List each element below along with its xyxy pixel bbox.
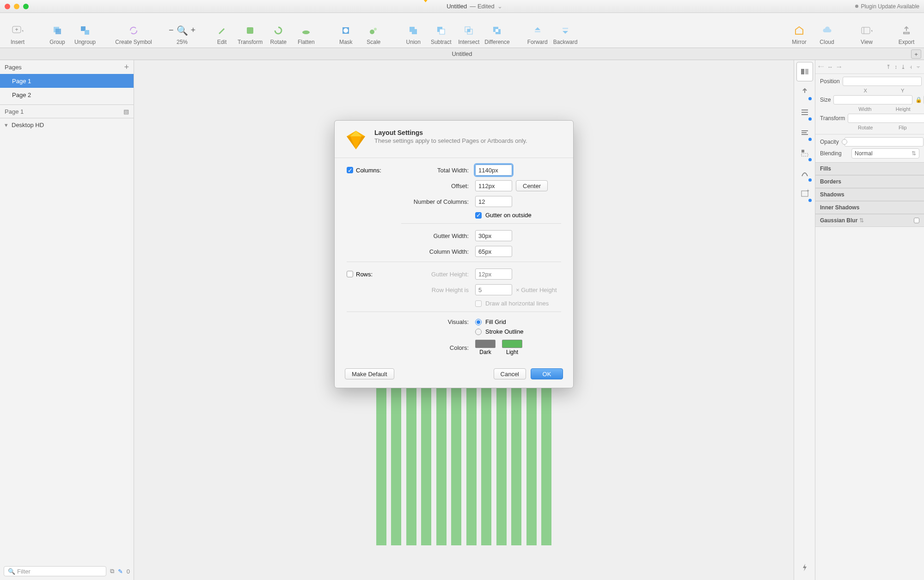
size-width-input[interactable]: [833, 95, 912, 104]
plugin-update-notice[interactable]: Plugin Update Available: [855, 3, 919, 10]
zoom-in-button[interactable]: +: [191, 25, 196, 35]
svg-point-14: [374, 28, 377, 31]
align-vcenter-icon[interactable]: ↕: [894, 64, 897, 70]
plus-icon: +▾: [11, 24, 24, 37]
cloud-icon: [820, 24, 833, 37]
zoom-window-icon[interactable]: [23, 4, 29, 9]
inspector-tab-vector[interactable]: [796, 164, 813, 183]
svg-point-13: [370, 30, 374, 34]
inspector-tab-resize[interactable]: [796, 143, 813, 163]
inspector: ⬸ ↔ ⤑ ⤒ ↕ ⤓ ⫞ ⫟ Position XY Size 🔒: [815, 60, 924, 580]
gaussian-blur-checkbox[interactable]: [914, 218, 919, 223]
chevron-down-icon[interactable]: ⌄: [497, 3, 502, 10]
gutter-outside-checkbox[interactable]: ✓: [475, 212, 482, 219]
cancel-button[interactable]: Cancel: [494, 368, 526, 379]
inspector-tab-style[interactable]: [796, 62, 813, 81]
dark-color-swatch[interactable]: [475, 340, 496, 348]
artboard-overview-icon[interactable]: ▧: [123, 108, 129, 115]
light-color-swatch[interactable]: [502, 340, 522, 348]
page-item-2[interactable]: Page 2: [0, 88, 134, 102]
gutter-width-input[interactable]: [475, 230, 512, 241]
add-page-button[interactable]: +: [124, 62, 129, 72]
position-x-input[interactable]: [843, 77, 922, 86]
visuals-stroke-radio[interactable]: [475, 329, 482, 335]
flatten-button[interactable]: Flatten: [294, 16, 318, 45]
columns-checkbox[interactable]: ✓: [347, 167, 353, 173]
create-symbol-button[interactable]: Create Symbol: [113, 16, 154, 45]
view-button[interactable]: ▾View: [855, 16, 879, 45]
left-sidebar: Pages + Page 1 Page 2 Page 1 ▧ ▾ Desktop…: [0, 60, 134, 580]
svg-rect-28: [862, 27, 870, 34]
scale-button[interactable]: Scale: [361, 16, 386, 45]
distribute-h-icon[interactable]: ⫞: [909, 64, 912, 70]
num-columns-input[interactable]: [475, 196, 512, 207]
magnifier-icon: 🔍: [177, 25, 188, 36]
insert-button[interactable]: +▾ Insert: [6, 16, 30, 45]
zoom-control[interactable]: − 🔍 + 25%: [170, 16, 194, 45]
ok-button[interactable]: OK: [531, 368, 563, 379]
blending-select[interactable]: Normal ⇅: [851, 148, 919, 159]
transform-button[interactable]: Transform: [238, 16, 263, 45]
difference-button[interactable]: Difference: [484, 16, 509, 45]
svg-rect-9: [247, 27, 253, 34]
total-width-input[interactable]: [475, 165, 512, 176]
visuals-fill-radio[interactable]: [475, 319, 482, 325]
lock-icon[interactable]: 🔒: [915, 97, 921, 103]
backward-button[interactable]: Backward: [553, 16, 578, 45]
inner-shadows-header[interactable]: Inner Shadows: [815, 201, 924, 214]
add-tab-button[interactable]: +: [911, 49, 921, 59]
align-left-icon[interactable]: ⬸: [818, 64, 824, 70]
rows-checkbox[interactable]: [347, 271, 353, 277]
document-tab[interactable]: Untitled: [452, 50, 472, 57]
align-icon: [800, 108, 809, 117]
chevron-updown-icon: ⇅: [912, 150, 916, 157]
shadows-header[interactable]: Shadows: [815, 188, 924, 201]
fills-header[interactable]: Fills: [815, 162, 924, 175]
gaussian-blur-header[interactable]: Gaussian Blur ⇅: [815, 214, 924, 227]
edit-button[interactable]: Edit: [210, 16, 234, 45]
mask-button[interactable]: Mask: [334, 16, 358, 45]
column-width-input[interactable]: [475, 246, 512, 257]
inspector-tab-align[interactable]: [796, 103, 813, 122]
mirror-button[interactable]: Mirror: [787, 16, 811, 45]
make-default-button[interactable]: Make Default: [345, 368, 394, 379]
minimize-window-icon[interactable]: [14, 4, 19, 9]
intersect-button[interactable]: Intersect: [457, 16, 481, 45]
rotate-input[interactable]: [848, 114, 924, 123]
align-hcenter-icon[interactable]: ↔: [827, 64, 833, 70]
search-icon: 🔍: [8, 568, 15, 575]
align-top-icon[interactable]: ⤒: [886, 64, 891, 70]
page-item-1[interactable]: Page 1: [0, 74, 134, 88]
inspector-tab-export[interactable]: [796, 82, 813, 102]
close-window-icon[interactable]: [5, 4, 10, 9]
export-button[interactable]: Export: [894, 16, 918, 45]
inspector-tabs: +: [794, 60, 815, 580]
group-button[interactable]: Group: [45, 16, 69, 45]
subtract-button[interactable]: Subtract: [429, 16, 453, 45]
inspector-tab-text[interactable]: [796, 123, 813, 142]
chevron-down-icon[interactable]: ▾: [5, 122, 8, 128]
document-name: Untitled: [447, 3, 467, 10]
layers-tool-icon[interactable]: ⧉: [110, 568, 114, 575]
layers-header[interactable]: Page 1 ▧: [0, 104, 134, 118]
offset-input[interactable]: [475, 180, 512, 191]
canvas[interactable]: Layout Settings These settings apply to …: [134, 60, 794, 580]
ungroup-button[interactable]: Ungroup: [73, 16, 97, 45]
rotate-button[interactable]: Rotate: [266, 16, 290, 45]
borders-header[interactable]: Borders: [815, 175, 924, 188]
inspector-tab-prototype[interactable]: [796, 558, 813, 577]
titlebar: Untitled — Edited ⌄ Plugin Update Availa…: [0, 0, 924, 13]
union-button[interactable]: Union: [401, 16, 425, 45]
align-right-icon[interactable]: ⤑: [837, 64, 841, 70]
distribute-v-icon[interactable]: ⫟: [916, 64, 921, 70]
forward-button[interactable]: Forward: [526, 16, 550, 45]
layer-row[interactable]: ▾ Desktop HD: [0, 118, 134, 131]
align-bottom-icon[interactable]: ⤓: [901, 64, 906, 70]
center-button[interactable]: Center: [516, 180, 548, 191]
filter-input[interactable]: 🔍 Filter: [4, 566, 106, 576]
opacity-input[interactable]: [844, 137, 924, 147]
cloud-button[interactable]: Cloud: [815, 16, 839, 45]
slice-tool-icon[interactable]: ✎: [118, 568, 123, 575]
zoom-out-button[interactable]: −: [169, 25, 174, 35]
inspector-tab-image[interactable]: +: [796, 184, 813, 203]
